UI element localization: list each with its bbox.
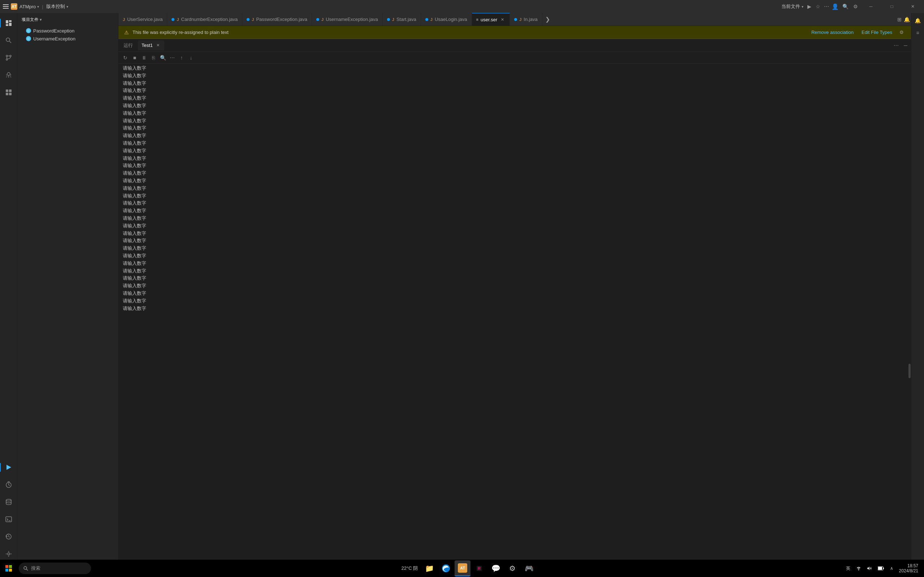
taskbar-volume[interactable] <box>864 560 875 577</box>
restore-button[interactable]: □ <box>884 0 900 13</box>
notification-settings-icon[interactable]: ⚙ <box>898 29 905 36</box>
notifications-button[interactable]: 🔔 <box>904 16 909 23</box>
activity-item-explorer[interactable] <box>0 15 17 32</box>
activity-item-timer[interactable] <box>0 476 17 493</box>
run-restart-button[interactable]: ↻ <box>121 54 129 62</box>
svg-rect-45 <box>878 567 882 570</box>
search-button[interactable]: 🔍 <box>842 3 848 10</box>
taskbar-edge[interactable] <box>438 561 454 576</box>
taskbar-search[interactable]: 搜索 <box>19 562 91 574</box>
tab-overflow-button[interactable]: ❯ <box>542 13 553 26</box>
console-line: 请输入数字 <box>121 290 908 298</box>
taskbar-wechat[interactable]: 💬 <box>488 561 504 576</box>
taskbar-app-unknown[interactable]: 🎮 <box>521 561 537 576</box>
console-line: 请输入数字 <box>121 95 908 103</box>
svg-point-7 <box>6 59 8 60</box>
remove-association-button[interactable]: Remove association <box>809 29 856 36</box>
activity-item-console[interactable] <box>0 511 17 528</box>
split-editor-button[interactable]: ⊞ <box>897 16 902 23</box>
notification-text: This file was explicitly re-assigned to … <box>132 30 806 35</box>
run-options-button[interactable]: ⋯ <box>168 54 176 62</box>
side-panel-notifications[interactable]: 🔔 <box>912 15 924 26</box>
tab-password[interactable]: J PasswordException.java <box>242 13 312 26</box>
svg-rect-22 <box>6 517 11 522</box>
favorite-button[interactable]: ☆ <box>815 3 821 10</box>
activity-item-debug[interactable] <box>0 66 17 84</box>
taskbar-jetbrains[interactable]: R <box>471 561 487 576</box>
taskbar-datetime[interactable]: 18:57 2024/8/21 <box>896 560 921 577</box>
run-tab-test1-close[interactable]: ✕ <box>155 43 161 48</box>
minimize-button[interactable]: ─ <box>863 0 879 13</box>
weather-label: 22°C 阴 <box>401 565 418 572</box>
tab-userser[interactable]: ≡ user.ser ✕ <box>472 13 510 26</box>
tab-username[interactable]: J UsernameException.java <box>312 13 383 26</box>
editor-area: J UserService.java J CardnumberException… <box>118 13 911 564</box>
activity-item-database[interactable] <box>0 493 17 511</box>
unknown-app-icon: 🎮 <box>524 563 534 574</box>
taskbar-chevron-up[interactable]: ∧ <box>887 560 896 577</box>
close-button[interactable]: ✕ <box>905 0 921 13</box>
tab-icon-start: J <box>392 17 394 22</box>
taskbar-weather[interactable]: 22°C 阴 <box>398 561 421 576</box>
svg-point-21 <box>6 500 11 501</box>
sidebar-item-icon-password: C <box>26 28 31 33</box>
svg-rect-3 <box>9 23 11 26</box>
run-down-button[interactable]: ↓ <box>187 54 195 62</box>
menu-icon[interactable] <box>3 4 9 9</box>
edit-file-types-button[interactable]: Edit File Types <box>859 29 894 36</box>
sidebar-header[interactable]: 项目文件 ▾ <box>17 13 118 26</box>
taskbar-file-explorer[interactable]: 📁 <box>422 561 437 576</box>
more-actions-button[interactable]: ⋯ <box>824 3 829 10</box>
sidebar-item-icon-username: C <box>26 36 31 41</box>
tab-userservice[interactable]: J UserService.java <box>118 13 167 26</box>
run-more-button[interactable]: ⋯ <box>892 42 900 50</box>
run-pause-button[interactable]: ⏸ <box>140 54 148 62</box>
run-tab-run[interactable]: 运行 <box>120 40 136 50</box>
start-button[interactable] <box>0 560 17 577</box>
console-line: 请输入数字 <box>121 155 908 163</box>
tab-start[interactable]: J Start.java <box>383 13 421 26</box>
user-button[interactable]: 👤 <box>832 3 838 10</box>
tab-injava[interactable]: J In.java <box>510 13 542 26</box>
sidebar-item-username-exception[interactable]: C UsernameException <box>17 35 118 43</box>
taskbar-settings[interactable]: ⚙ <box>504 561 520 576</box>
activity-item-extensions[interactable] <box>0 84 17 101</box>
tab-usaelogin[interactable]: J UsaeLogin.java <box>421 13 472 26</box>
run-minimize-button[interactable]: ─ <box>901 42 909 50</box>
taskbar-input-method[interactable]: 英 <box>843 560 853 577</box>
tab-close-userser[interactable]: ✕ <box>499 16 505 23</box>
activity-item-run[interactable] <box>0 459 17 476</box>
taskbar-network[interactable] <box>853 560 864 577</box>
console-output[interactable]: 请输入数字请输入数字请输入数字请输入数字请输入数字请输入数字请输入数字请输入数字… <box>118 63 911 564</box>
run-search-button[interactable]: 🔍 <box>159 54 167 62</box>
side-panel-output[interactable]: ≡ <box>912 27 924 39</box>
sidebar-item-password-exception[interactable]: C PasswordException <box>17 27 118 35</box>
settings-taskbar-icon: ⚙ <box>507 563 517 574</box>
tab-cardnumber[interactable]: J CardnumberException.java <box>167 13 242 26</box>
sidebar-content: C PasswordException C UsernameException <box>17 26 118 564</box>
activity-item-history[interactable] <box>0 528 17 545</box>
tab-icon-userser: ≡ <box>476 17 478 22</box>
run-stop-button[interactable]: ■ <box>131 54 139 62</box>
console-line: 请输入数字 <box>121 298 908 305</box>
run-copy-button[interactable]: ⎘ <box>150 54 157 62</box>
console-line: 请输入数字 <box>121 177 908 185</box>
taskbar-icons: 22°C 阴 📁 AT R 💬 <box>92 561 843 576</box>
app-name[interactable]: ATMpro ▾ <box>19 4 39 10</box>
sidebar-item-label-password: PasswordException <box>33 28 74 34</box>
console-line: 请输入数字 <box>121 87 908 95</box>
run-button[interactable]: ▶ <box>806 3 812 10</box>
activity-item-git[interactable] <box>0 49 17 66</box>
svg-rect-34 <box>5 569 8 572</box>
version-control-button[interactable]: 版本控制 ▾ <box>46 3 68 10</box>
taskbar-battery[interactable] <box>875 560 887 577</box>
current-file-button[interactable]: 当前文件 ▾ <box>781 3 803 10</box>
activity-item-search[interactable] <box>0 32 17 49</box>
scrollbar-track[interactable] <box>908 63 911 564</box>
taskbar-atmPro[interactable]: AT <box>455 561 470 576</box>
run-tab-test1[interactable]: Test1 ✕ <box>138 40 164 50</box>
run-up-button[interactable]: ↑ <box>178 54 186 62</box>
console-line: 请输入数字 <box>121 103 908 110</box>
tab-icon-password: J <box>252 17 254 22</box>
settings-button[interactable]: ⚙ <box>853 3 858 10</box>
